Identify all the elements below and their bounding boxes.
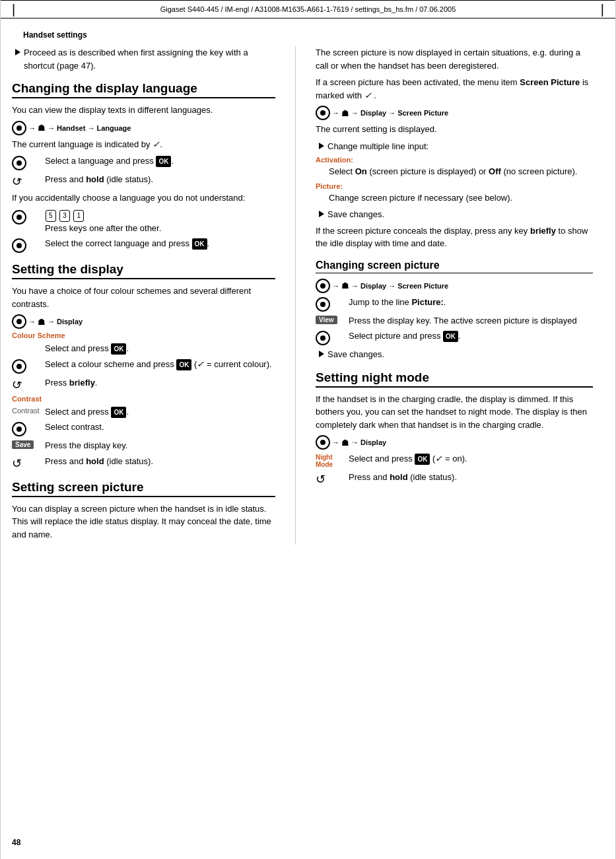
nav-arrow-4: →	[28, 318, 36, 326]
tri-bullet-icon-2	[319, 143, 324, 149]
ok-badge-night: OK	[415, 454, 430, 465]
instr-text-cs1: Select and press OK.	[45, 342, 275, 355]
instr-text-cs3: Press briefly.	[45, 376, 275, 390]
instr-row-cs1: Select and press OK.	[12, 342, 275, 355]
nav-person-icon-1: ☗	[38, 123, 46, 133]
instr-text-3: Select the correct language and press OK…	[45, 237, 275, 250]
bullet-change-text: Change multiple line input:	[327, 140, 593, 153]
nav-path-screen-pic: → ☗ → Display → Screen Picture	[316, 106, 593, 120]
instr-text-c1: Select and press OK.	[45, 405, 275, 419]
instr-text-night1: Select and press OK (✓ = on).	[349, 452, 593, 465]
instr-row-cs3: ↺ Press briefly.	[12, 376, 275, 392]
nav-circle-icon-4	[316, 279, 330, 293]
section-changing-screen-pic-title: Changing screen picture	[316, 259, 593, 273]
display-language-body2: The current language is indicated by ✓.	[12, 138, 275, 151]
tri-bullet-icon-4	[319, 351, 324, 357]
circle-nav-icon-cs2	[12, 359, 26, 374]
nav-circle-icon-5	[316, 435, 330, 450]
instr-icon-c1: Contrast	[12, 405, 45, 415]
instr-icon-circle-keys	[12, 209, 45, 224]
nav-person-icon-2: ☗	[38, 317, 46, 327]
circle-nav-icon-2	[12, 238, 26, 253]
instr-icon-circle-cs2	[12, 358, 45, 374]
nav-screen-pic-label-2: Screen Picture	[397, 282, 448, 290]
instr-table-night: Night Mode Select and press OK (✓ = on).…	[316, 452, 593, 487]
instr-icon-circle-c2	[12, 421, 45, 436]
nav-arrow-3: →	[87, 124, 94, 132]
key-5: 5	[46, 210, 56, 222]
view-badge: View	[316, 316, 337, 324]
instr-row-cs2: Select a colour scheme and press OK (✓ =…	[12, 358, 275, 374]
ok-badge-1: OK	[156, 156, 171, 167]
nav-arrow-8: →	[388, 109, 395, 117]
instr-row-3: Select the correct language and press OK…	[12, 237, 275, 253]
bullet-save-changes-2: Save changes.	[316, 348, 593, 361]
screen-pic-body2: If a screen picture has been activated, …	[316, 76, 593, 102]
nav-arrow-1: →	[28, 124, 36, 132]
instr-icon-phone-c4: ↺	[12, 455, 45, 471]
nav-handset-label: Handset	[57, 124, 85, 132]
picture-body: Change screen picture if necessary (see …	[329, 191, 593, 205]
section-screen-picture-title: Setting screen picture	[12, 480, 275, 497]
instr-text-c4: Press and hold (idle status).	[45, 455, 275, 468]
nav-screen-pic-label: Screen Picture	[397, 109, 448, 117]
instr-row-night2: ↺ Press and hold (idle status).	[316, 471, 593, 487]
setting-display-body1: You have a choice of four colour schemes…	[12, 285, 275, 310]
key-instruction: Press keys one after the other.	[45, 223, 161, 233]
activation-label: Activation:	[316, 156, 593, 164]
main-content: Proceed as is described when first assig…	[0, 46, 616, 545]
bullet-save-changes-1: Save changes.	[316, 208, 593, 221]
nav-display-label: Display	[57, 318, 83, 326]
nav-arrow-13: →	[351, 438, 359, 446]
instr-icon-circle-cp1	[316, 296, 349, 312]
nav-arrow-5: →	[48, 318, 55, 326]
instr-row-c3: Save Press the display key.	[12, 439, 275, 452]
instr-text-c2: Select contrast.	[45, 421, 275, 434]
nav-person-icon-3: ☗	[341, 108, 349, 118]
instr-row-1: Select a language and press OK.	[12, 155, 275, 170]
circle-nav-icon-c2	[12, 422, 26, 436]
ok-badge-c1: OK	[111, 407, 126, 418]
nav-display-label-4: Display	[360, 438, 386, 446]
instr-icon-save: Save	[12, 439, 45, 449]
nav-arrow-9: →	[332, 282, 339, 290]
right-column: The screen picture is now displayed in c…	[296, 46, 593, 545]
activation-body: Select On (screen picture is displayed) …	[329, 165, 593, 178]
instr-icon-phone-cs3: ↺	[12, 376, 45, 392]
checkmark-cs2: ✓	[197, 359, 204, 369]
nav-path-language: → ☗ → Handset → Language	[12, 121, 275, 135]
nav-arrow-12: →	[332, 438, 339, 446]
save-badge: Save	[12, 440, 34, 449]
instr-table-colour: Select and press OK. Select a colour sch…	[12, 342, 275, 392]
header-text: Gigaset S440-445 / IM-engl / A31008-M163…	[160, 5, 456, 13]
nav-path-night-mode: → ☗ → Display	[316, 435, 593, 450]
colour-scheme-label: Colour Scheme	[12, 331, 275, 339]
left-border	[0, 0, 1, 859]
instr-row-c2: Select contrast.	[12, 421, 275, 436]
checkmark-night: ✓	[435, 454, 442, 464]
nav-arrow-10: →	[351, 282, 359, 290]
nav-arrow-7: →	[351, 109, 359, 117]
key-sequence-text: 5 3 1 Press keys one after the other.	[45, 209, 275, 235]
picture-label: Picture:	[316, 182, 593, 190]
left-column: Proceed as is described when first assig…	[12, 46, 296, 545]
circle-nav-icon-cp3	[316, 331, 330, 345]
display-language-body1: You can view the display texts in differ…	[12, 104, 275, 117]
nav-circle-icon-3	[316, 106, 330, 120]
header-left-mark: |	[12, 3, 15, 16]
section-display-language-title: Changing the display language	[12, 81, 275, 98]
bullet-save-text-1: Save changes.	[327, 208, 593, 221]
key-3: 3	[59, 210, 70, 222]
phone-icon-cs3: ↺	[10, 376, 24, 394]
instr-icon-circle-2	[12, 237, 45, 253]
instr-text-cp1: Jump to the line Picture:.	[349, 296, 593, 309]
phone-icon-night: ↺	[316, 472, 325, 487]
nav-display-label-3: Display	[360, 282, 386, 290]
circle-nav-icon-keys	[12, 210, 26, 224]
instr-icon-circle-cp3	[316, 329, 349, 345]
nav-circle-icon-2	[12, 314, 26, 329]
screen-pic-body1: The screen picture is now displayed in c…	[316, 46, 593, 72]
nav-arrow-6: →	[332, 109, 339, 117]
night-mode-label: Night Mode	[316, 454, 349, 468]
tri-bullet-icon-3	[319, 211, 324, 217]
